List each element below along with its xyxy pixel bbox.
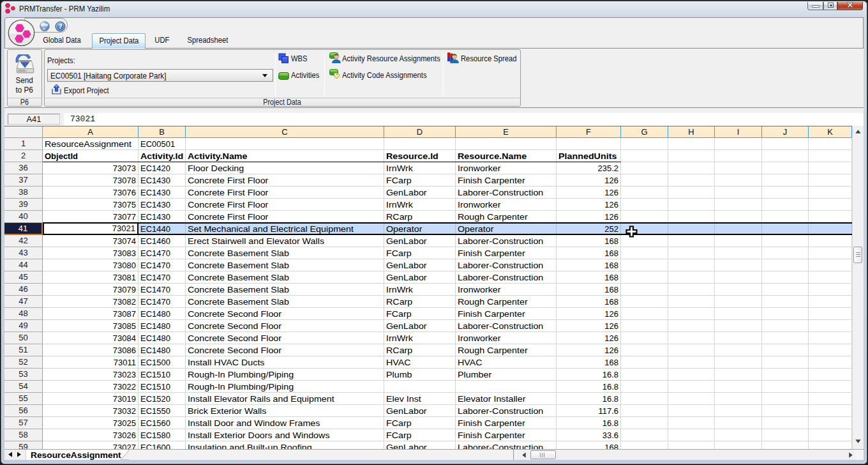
svg-text:?: ? xyxy=(58,22,62,30)
